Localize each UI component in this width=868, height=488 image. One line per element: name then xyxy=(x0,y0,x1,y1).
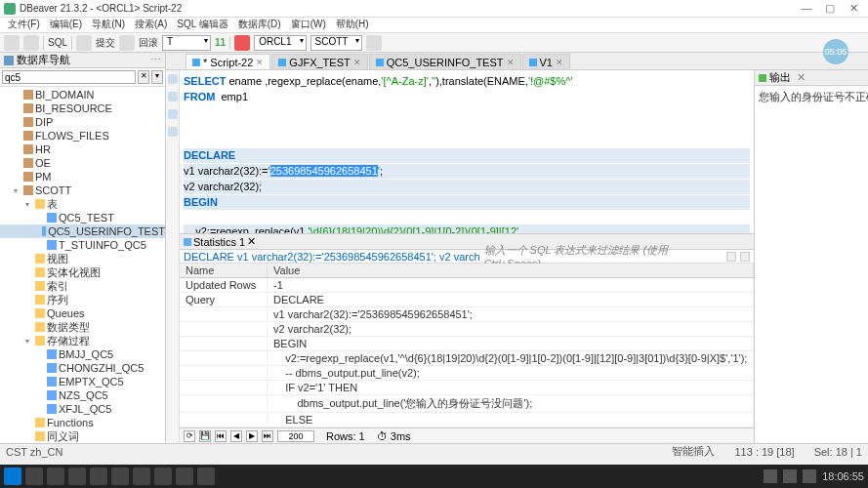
rollback-label[interactable]: 回滚 xyxy=(139,36,158,50)
tab-close-icon[interactable]: ✕ xyxy=(556,58,563,67)
table-row[interactable]: ELSE xyxy=(180,413,754,427)
last-icon[interactable]: ⏭ xyxy=(262,430,273,442)
first-icon[interactable]: ⏮ xyxy=(215,430,227,442)
table-row[interactable]: v2 varchar2(32); xyxy=(180,322,754,337)
settings-icon[interactable] xyxy=(366,35,382,51)
task-icon[interactable] xyxy=(197,468,215,485)
tree-node[interactable]: QC5_TEST xyxy=(0,211,165,224)
editor-tab[interactable]: V1✕ xyxy=(522,54,570,69)
task-icon[interactable] xyxy=(111,468,129,485)
new-icon[interactable] xyxy=(4,35,20,51)
tray-icon[interactable] xyxy=(803,469,816,483)
tree-node[interactable]: HR xyxy=(0,142,165,156)
task-icon[interactable] xyxy=(25,468,43,485)
conn-combo[interactable]: ORCL1 xyxy=(254,35,306,51)
tree-node[interactable]: ▾SCOTT xyxy=(0,183,165,197)
stop-icon[interactable] xyxy=(234,35,250,51)
close-button[interactable]: ✕ xyxy=(843,2,864,16)
editor-tab[interactable]: QC5_USERINFO_TEST✕ xyxy=(369,54,521,69)
table-row[interactable]: -- dbms_output.put_line(v2); xyxy=(180,366,754,381)
tray-icon[interactable] xyxy=(783,469,797,483)
save-icon[interactable]: 💾 xyxy=(199,430,211,442)
task-icon[interactable] xyxy=(176,468,193,485)
table-row[interactable]: QueryDECLARE xyxy=(180,293,754,307)
schema-combo[interactable]: SCOTT xyxy=(310,35,363,51)
clock[interactable]: 18:06:55 xyxy=(822,470,864,482)
output-tab-label[interactable]: 输出 xyxy=(769,70,791,85)
tree-node[interactable]: ▾表 xyxy=(0,197,165,211)
navigator-filter-input[interactable] xyxy=(2,70,136,84)
refresh-icon[interactable]: ⟳ xyxy=(184,430,195,442)
commit-icon[interactable] xyxy=(76,35,92,51)
task-icon[interactable] xyxy=(90,468,107,485)
tree-node[interactable]: Functions xyxy=(0,416,165,429)
table-row[interactable]: Updated Rows-1 xyxy=(180,278,754,293)
start-icon[interactable] xyxy=(4,468,21,485)
explain-icon[interactable] xyxy=(168,109,178,119)
output-close-icon[interactable]: ✕ xyxy=(797,71,806,84)
tab-close-icon[interactable]: ✕ xyxy=(247,235,256,248)
tree-node[interactable]: 序列 xyxy=(0,293,165,306)
results-tab[interactable]: Statistics 1 ✕ xyxy=(184,235,256,248)
editor-tab[interactable]: * Script-22✕ xyxy=(186,54,270,69)
navigator-tree[interactable]: BI_DOMAINBI_RESOURCEDIPFLOWS_FILESHROEPM… xyxy=(0,87,165,443)
task-icon[interactable] xyxy=(47,468,64,485)
task-icon[interactable] xyxy=(68,468,86,485)
menu-item[interactable]: 数据库(D) xyxy=(234,18,285,32)
page-input[interactable] xyxy=(277,430,314,442)
task-icon[interactable] xyxy=(154,468,172,485)
tree-node[interactable]: 同义词 xyxy=(0,429,165,443)
filter-clear-icon[interactable]: ✕ xyxy=(138,70,149,84)
tree-node[interactable]: BI_RESOURCE xyxy=(0,102,165,115)
tree-node[interactable]: XFJL_QC5 xyxy=(0,402,165,416)
maximize-button[interactable]: ▢ xyxy=(819,2,841,16)
tree-node[interactable]: OE xyxy=(0,156,165,170)
tree-node[interactable]: NZS_QC5 xyxy=(0,388,165,402)
navigator-menu-icon[interactable]: ⋯ xyxy=(150,54,161,66)
menu-item[interactable]: 导航(N) xyxy=(88,18,129,32)
editor-tab[interactable]: GJFX_TEST✕ xyxy=(271,54,367,69)
tree-node[interactable]: Queues xyxy=(0,306,165,320)
tx-combo[interactable]: T xyxy=(162,35,211,51)
sql-btn[interactable]: SQL xyxy=(48,37,67,48)
tree-node[interactable]: 视图 xyxy=(0,252,165,265)
table-row[interactable]: v2:=regexp_replace(v1,'^\d{6}(18|19|20)\… xyxy=(180,351,754,366)
tree-node[interactable]: DIP xyxy=(0,115,165,129)
table-row[interactable]: dbms_output.put_line('您输入的身份证号没问题'); xyxy=(180,395,754,413)
tree-node[interactable]: PM xyxy=(0,170,165,183)
tree-node[interactable]: EMPTX_QC5 xyxy=(0,375,165,388)
prev-icon[interactable]: ◀ xyxy=(230,430,242,442)
tree-node[interactable]: ▾存储过程 xyxy=(0,334,165,347)
filter-btn1[interactable] xyxy=(726,252,736,262)
tray-icon[interactable] xyxy=(764,469,777,483)
tab-close-icon[interactable]: ✕ xyxy=(353,58,361,67)
tree-node[interactable]: T_STUINFO_QC5 xyxy=(0,238,165,252)
menu-item[interactable]: 窗口(W) xyxy=(287,18,330,32)
tree-node[interactable]: BI_DOMAIN xyxy=(0,88,165,102)
menu-item[interactable]: 帮助(H) xyxy=(332,18,373,32)
menu-item[interactable]: 搜索(A) xyxy=(131,18,171,32)
tab-close-icon[interactable]: ✕ xyxy=(256,58,264,67)
run-icon[interactable] xyxy=(168,74,178,84)
results-grid[interactable]: NameValue Updated Rows-1QueryDECLAREv1 v… xyxy=(180,264,754,427)
task-icon[interactable] xyxy=(133,468,150,485)
col-value[interactable]: Value xyxy=(268,264,754,277)
taskbar[interactable]: 18:06:55 xyxy=(0,465,868,488)
sql-editor[interactable]: SELECT ename ,regexp_replace(ename,'[^A-… xyxy=(180,70,754,233)
tab-close-icon[interactable]: ✕ xyxy=(507,58,515,67)
tree-node[interactable]: FLOWS_FILES xyxy=(0,129,165,142)
tree-node[interactable]: BMJJ_QC5 xyxy=(0,347,165,361)
menu-item[interactable]: 编辑(E) xyxy=(46,18,86,32)
next-icon[interactable]: ▶ xyxy=(246,430,258,442)
tree-node[interactable]: 索引 xyxy=(0,279,165,293)
col-name[interactable]: Name xyxy=(180,264,268,277)
run-script-icon[interactable] xyxy=(168,92,178,102)
filter-menu-icon[interactable]: ▾ xyxy=(151,70,163,84)
menu-item[interactable]: 文件(F) xyxy=(4,18,44,32)
commit-label[interactable]: 提交 xyxy=(96,36,115,50)
settings-icon[interactable] xyxy=(168,127,178,137)
tree-node[interactable]: QC5_USERINFO_TEST xyxy=(0,224,165,238)
rollback-icon[interactable] xyxy=(119,35,135,51)
tree-node[interactable]: CHONGZHI_QC5 xyxy=(0,361,165,375)
open-icon[interactable] xyxy=(23,35,39,51)
